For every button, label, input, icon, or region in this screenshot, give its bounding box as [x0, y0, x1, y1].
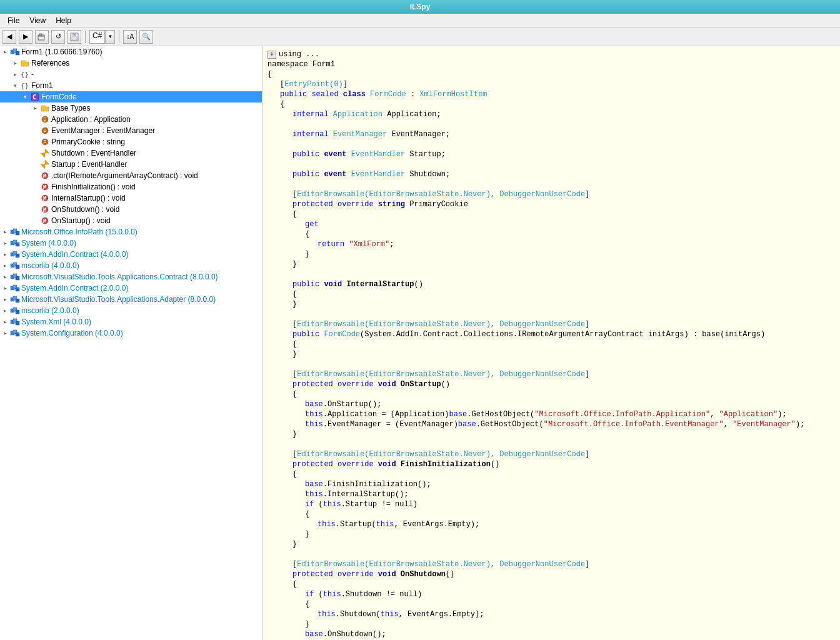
svg-text:P: P [43, 117, 47, 123]
tree-expand-system-xml[interactable]: ▸ [0, 317, 10, 327]
tree-expand-ms-vstudio-tools[interactable]: ▸ [0, 272, 10, 282]
tree-item-system-config[interactable]: ▸System.Configuration (4.0.0.0) [0, 328, 262, 339]
code-line-16: { [262, 210, 840, 220]
toolbar-separator-1 [85, 31, 86, 43]
tree-item-system-addin-200[interactable]: ▸System.AddIn.Contract (2.0.0.0) [0, 282, 262, 294]
tree-item-dash[interactable]: ▸{}- [0, 69, 262, 80]
code-line-39 [262, 440, 840, 450]
code-line-51: [EditorBrowsable(EditorBrowsableState.Ne… [262, 560, 840, 570]
menu-bar: FileViewHelp [0, 14, 840, 28]
code-line-55: { [262, 600, 840, 610]
tree-icon-dash: {} [20, 69, 30, 79]
tree-icon-primarycookie: P [40, 137, 50, 147]
back-button[interactable]: ◀ [2, 30, 16, 44]
tree-item-internalstartup[interactable]: MInternalStartup() : void [0, 192, 262, 204]
tree-item-ms-vstudio-tools[interactable]: ▸Microsoft.VisualStudio.Tools.Applicatio… [0, 271, 262, 282]
tree-item-application[interactable]: PApplication : Application [0, 114, 262, 125]
tree-item-form1-assembly[interactable]: ▸Form1 (1.0.6066.19760) [0, 46, 262, 58]
tree-panel: ▸Form1 (1.0.6066.19760)▸References▸{}-▾{… [0, 46, 262, 640]
svg-rect-7 [16, 51, 19, 55]
code-line-15: protected override string PrimaryCookie [262, 200, 840, 210]
open-button[interactable] [35, 30, 49, 44]
tree-expand-formcode[interactable]: ▾ [20, 92, 30, 102]
svg-text:M: M [43, 184, 47, 191]
title-label: ILSpy [410, 2, 431, 11]
tree-expand-ms-infopath[interactable]: ▸ [0, 227, 10, 237]
reload-button[interactable]: ↺ [51, 30, 65, 44]
tree-label-ms-vstudio-tools: Microsoft.VisualStudio.Tools.Application… [21, 272, 218, 281]
svg-rect-49 [16, 288, 19, 291]
menu-item-file[interactable]: File [2, 15, 24, 26]
tree-expand-mscorlib200[interactable]: ▸ [0, 306, 10, 316]
tree-item-system400[interactable]: ▸System (4.0.0.0) [0, 238, 262, 249]
code-line-21: } [262, 260, 840, 270]
tree-expand-basetypes[interactable]: ▸ [30, 103, 40, 113]
tree-item-formcode[interactable]: ▾CFormCode [0, 91, 262, 102]
tree-item-ctor[interactable]: M.ctor(IRemoteArgumentArrayContract) : v… [0, 170, 262, 181]
tree-item-system-addin[interactable]: ▸System.AddIn.Contract (4.0.0.0) [0, 249, 262, 260]
code-line-42: { [262, 470, 840, 480]
menu-item-view[interactable]: View [24, 15, 51, 26]
language-selector[interactable]: C# ▼ [89, 30, 115, 44]
tree-expand-onstartup [30, 216, 40, 226]
tree-icon-ms-infopath [10, 227, 20, 237]
tree-expand-ms-vstudio-adapter[interactable]: ▸ [0, 294, 10, 304]
code-line-54: if (this.Shutdown != null) [262, 590, 840, 600]
save-button[interactable] [68, 30, 81, 44]
tree-expand-system400[interactable]: ▸ [0, 238, 10, 248]
tree-item-mscorlib400[interactable]: ▸mscorlib (4.0.0.0) [0, 260, 262, 271]
toolbar: ◀ ▶ ↺ C# ▼ ↕A 🔍 [0, 28, 840, 46]
code-line-24: { [262, 290, 840, 300]
tree-expand-system-config[interactable]: ▸ [0, 328, 10, 338]
svg-text:M: M [43, 173, 47, 179]
tree-expand-system-addin[interactable]: ▸ [0, 249, 10, 259]
search-button[interactable]: 🔍 [139, 30, 153, 44]
tree-label-basetypes: Base Types [51, 104, 90, 112]
tree-expand-form1-ns[interactable]: ▾ [10, 81, 20, 91]
tree-item-ms-vstudio-adapter[interactable]: ▸Microsoft.VisualStudio.Tools.Applicatio… [0, 294, 262, 305]
language-label: C# [89, 30, 105, 44]
tree-expand-shutdown [30, 148, 40, 158]
tree-item-form1-ns[interactable]: ▾{}Form1 [0, 80, 262, 91]
svg-marker-8 [21, 61, 29, 66]
tree-expand-references[interactable]: ▸ [10, 58, 20, 68]
tree-expand-ctor [30, 171, 40, 181]
forward-button[interactable]: ▶ [19, 30, 32, 44]
tree-icon-basetypes [40, 103, 50, 113]
tree-label-system-addin: System.AddIn.Contract (4.0.0.0) [21, 250, 128, 259]
tree-expand-form1-assembly[interactable]: ▸ [0, 47, 10, 57]
svg-text:{}: {} [21, 82, 29, 90]
code-line-52: protected override void OnShutdown() [262, 570, 840, 580]
code-line-29: { [262, 340, 840, 350]
tree-item-references[interactable]: ▸References [0, 58, 262, 69]
tree-item-primarycookie[interactable]: PPrimaryCookie : string [0, 136, 262, 148]
language-dropdown[interactable]: ▼ [105, 30, 115, 44]
tree-item-mscorlib200[interactable]: ▸mscorlib (2.0.0.0) [0, 305, 262, 316]
using-label: using ... [279, 50, 319, 59]
tree-item-basetypes[interactable]: ▸Base Types [0, 102, 262, 114]
tree-item-ms-infopath[interactable]: ▸Microsoft.Office.InfoPath (15.0.0.0) [0, 226, 262, 238]
sort-button[interactable]: ↕A [123, 30, 137, 44]
code-line-31 [262, 360, 840, 370]
tree-item-system-xml[interactable]: ▸System.Xml (4.0.0.0) [0, 316, 262, 328]
tree-icon-form1-ns: {} [20, 81, 30, 91]
menu-item-help[interactable]: Help [51, 15, 76, 26]
code-line-57: } [262, 620, 840, 630]
tree-item-onstartup[interactable]: MOnStartup() : void [0, 215, 262, 226]
tree-expand-mscorlib400[interactable]: ▸ [0, 261, 10, 271]
tree-expand-system-addin-200[interactable]: ▸ [0, 283, 10, 293]
code-line-22 [262, 270, 840, 280]
code-line-46: { [262, 510, 840, 520]
svg-marker-20 [41, 149, 49, 158]
tree-item-finishinit[interactable]: MFinishInitialization() : void [0, 181, 262, 192]
tree-item-eventmanager[interactable]: PEventManager : EventManager [0, 125, 262, 136]
using-expand-btn[interactable]: + [268, 51, 276, 59]
code-line-38: } [262, 430, 840, 440]
tree-item-shutdown[interactable]: Shutdown : EventHandler [0, 148, 262, 159]
code-line-27: [EditorBrowsable(EditorBrowsableState.Ne… [262, 320, 840, 330]
tree-item-onshutdown[interactable]: MOnShutdown() : void [0, 204, 262, 215]
tree-label-application: Application : Application [51, 115, 131, 124]
code-line-17: get [262, 220, 840, 230]
tree-expand-dash[interactable]: ▸ [10, 69, 20, 79]
tree-item-startup[interactable]: Startup : EventHandler [0, 159, 262, 170]
